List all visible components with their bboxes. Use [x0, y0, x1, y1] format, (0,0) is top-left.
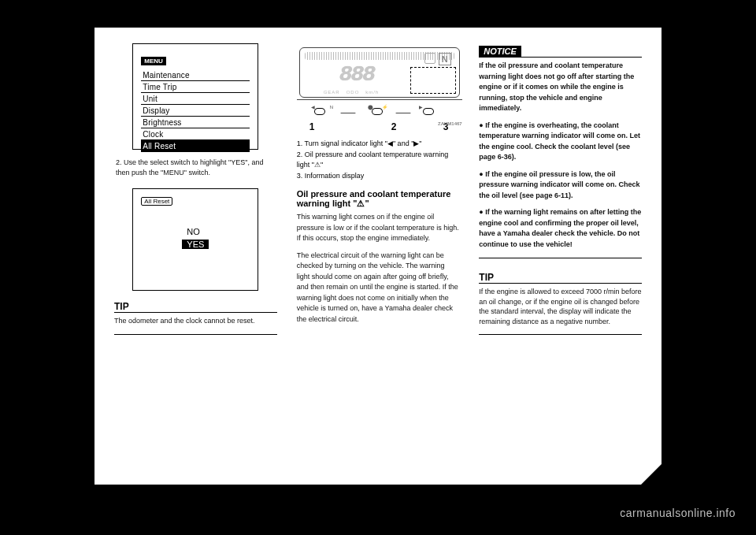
menu-item: Brightness: [141, 117, 250, 128]
all-reset-figure: All Reset NO YES: [132, 188, 258, 291]
notice-body: If the oil pressure and coolant temperat…: [479, 61, 642, 114]
turn-right-icon: ▶: [419, 104, 423, 110]
figure-callout-numbers: 1 2 3 ZAUM1467: [297, 120, 462, 134]
callout-loop-icon: [314, 108, 325, 115]
all-reset-badge: All Reset: [141, 197, 172, 206]
menu-item: Unit: [141, 93, 250, 105]
column-left: MENU Maintenance Time Trip Unit Display …: [114, 43, 277, 335]
menu-item: Clock: [141, 128, 250, 140]
engine-icon: ⚡: [382, 104, 387, 110]
body-paragraph: This warning light comes on if the engin…: [297, 212, 460, 244]
legend-item-1: 1. Turn signal indicator light "◀" and "…: [297, 139, 460, 150]
lcd-panel: 888 GEAR ODO km/h N: [299, 47, 460, 98]
speaker-icon: [424, 53, 435, 64]
legend-item-3: 3. Information display: [297, 171, 460, 182]
menu-screen-figure: MENU Maintenance Time Trip Unit Display …: [132, 43, 258, 150]
step-2-text: 2. Use the select switch to highlight "Y…: [116, 158, 276, 177]
section-heading: Oil pressure and coolant temperature war…: [297, 189, 460, 209]
notice-label: NOTICE: [479, 46, 521, 57]
neutral-indicator-icon: N: [439, 53, 451, 65]
menu-item: Maintenance: [141, 69, 250, 81]
tip-label: TIP: [114, 301, 129, 312]
manual-page: MENU Maintenance Time Trip Unit Display …: [94, 28, 662, 485]
lcd-bottom-row: GEAR ODO km/h: [324, 90, 380, 95]
menu-items-list: Maintenance Time Trip Unit Display Brigh…: [141, 69, 250, 152]
menu-item: Time Trip: [141, 81, 250, 93]
figure-legend: 1. Turn signal indicator light "◀" and "…: [297, 139, 460, 181]
tip-end-rule: [479, 334, 642, 335]
tip-body: If the engine is allowed to exceed 7000 …: [479, 287, 642, 326]
legend-item-2: 2. Oil pressure and coolant temperature …: [297, 150, 460, 171]
choice-yes-selected: YES: [182, 240, 209, 249]
menu-badge: MENU: [141, 57, 166, 65]
page-corner-fold-icon: [640, 463, 662, 485]
column-center: 888 GEAR ODO km/h N ◀ N ⬤ ⚡ ▶: [297, 43, 460, 335]
callout-loop-icon: [423, 108, 434, 115]
menu-item-selected: All Reset: [141, 140, 250, 152]
menu-item: Display: [141, 105, 250, 117]
body-paragraph: The electrical circuit of the warning li…: [297, 251, 460, 325]
callout-2: 2: [391, 121, 397, 132]
figure-ref-number: ZAUM1467: [438, 121, 462, 126]
tip-rule: [114, 312, 277, 313]
choice-no: NO: [182, 227, 209, 236]
notice-rule: [479, 57, 642, 58]
column-right: NOTICE If the oil pressure and coolant t…: [479, 43, 642, 335]
tip-block: TIP The odometer and the clock cannot be…: [114, 299, 277, 335]
speedometer-digits: 888: [339, 62, 374, 87]
callout-1: 1: [309, 121, 315, 132]
dashboard-figure: 888 GEAR ODO km/h N ◀ N ⬤ ⚡ ▶: [297, 45, 462, 134]
indicator-row: ◀ N ⬤ ⚡ ▶: [297, 99, 462, 120]
callout-loop-icon: [372, 108, 383, 115]
no-yes-choice: NO YES: [182, 227, 209, 251]
tip-rule: [479, 283, 642, 284]
notice-bullet: ● If the engine is overheating, the cool…: [479, 121, 642, 163]
watermark: carmanualsonline.info: [620, 507, 736, 519]
info-display-callout-box: [410, 67, 456, 94]
tip-label: TIP: [479, 272, 494, 283]
neutral-icon: N: [330, 105, 333, 110]
tip-end-rule: [114, 334, 277, 335]
notice-bullet: ● If the engine oil pressure is low, the…: [479, 169, 642, 202]
tip-body: The odometer and the clock cannot be res…: [114, 316, 277, 326]
notice-bullet: ● If the warning light remains on after …: [479, 207, 642, 250]
